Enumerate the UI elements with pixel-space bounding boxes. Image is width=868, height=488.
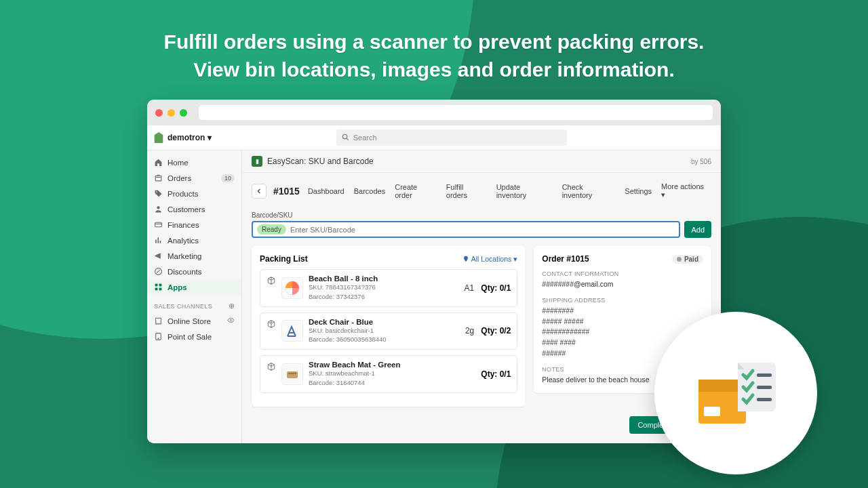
store-switcher[interactable]: demotron ▾ <box>167 133 212 142</box>
sidebar-analytics[interactable]: Analytics <box>147 232 241 248</box>
barcode-input[interactable] <box>290 226 675 234</box>
admin-topbar: demotron ▾ Search <box>147 125 721 150</box>
pin-icon <box>462 256 469 262</box>
search-icon <box>342 134 349 142</box>
decorative-illustration <box>654 312 817 474</box>
sidebar-orders[interactable]: Orders10 <box>147 170 241 186</box>
app-window: demotron ▾ Search Home Orders10 Products… <box>147 100 721 443</box>
paid-badge: Paid <box>672 255 703 264</box>
scan-input-wrapper[interactable]: Ready <box>252 221 680 238</box>
svg-rect-9 <box>159 288 162 291</box>
svg-rect-21 <box>757 398 772 401</box>
admin-sidebar: Home Orders10 Products Customers Finance… <box>147 150 242 443</box>
product-barcode: Barcode: 37342376 <box>309 293 459 302</box>
apps-icon <box>154 283 163 291</box>
qty-label: Qty: 0/2 <box>481 326 511 336</box>
qty-label: Qty: 0/1 <box>481 369 511 379</box>
package-icon <box>267 362 276 371</box>
tab-settings[interactable]: Settings <box>623 183 653 199</box>
browser-url-bar[interactable] <box>199 105 713 120</box>
packing-line-item[interactable]: Straw Beach Mat - Green SKU: strawbeachm… <box>260 355 517 393</box>
sidebar-apps[interactable]: Apps <box>147 279 241 295</box>
order-title: Order #1015 <box>542 254 589 264</box>
product-sku: SKU: 7884316734?376 <box>309 283 459 292</box>
headline-line-2: View bin locations, images and order inf… <box>0 56 868 84</box>
product-thumb <box>281 277 303 299</box>
easyscan-app-icon: ▮ <box>252 156 262 167</box>
tab-more-actions[interactable]: More actions ▾ <box>660 178 711 203</box>
headline-line-1: Fulfill orders using a scanner to preven… <box>0 28 868 56</box>
orders-badge: 10 <box>221 174 235 182</box>
svg-point-12 <box>158 338 159 339</box>
sidebar-online-store[interactable]: Online Store <box>147 313 241 329</box>
sidebar-pos[interactable]: Point of Sale <box>147 329 241 344</box>
sidebar-home[interactable]: Home <box>147 155 241 170</box>
sidebar-sales-channels-heading: SALES CHANNELS⊕ <box>147 295 241 313</box>
svg-point-0 <box>342 134 347 138</box>
tab-fulfill-orders[interactable]: Fulfill orders <box>445 179 488 203</box>
tab-barcodes[interactable]: Barcodes <box>353 183 387 199</box>
product-barcode: Barcode: 36050035638440 <box>309 336 460 344</box>
tab-update-inventory[interactable]: Update inventory <box>495 179 554 203</box>
app-title: EasyScan: SKU and Barcode <box>267 157 374 166</box>
product-thumb <box>281 320 303 342</box>
sidebar-marketing[interactable]: Marketing <box>147 248 241 264</box>
add-button[interactable]: Add <box>684 221 711 238</box>
bin-location: A1 <box>465 283 475 293</box>
tab-dashboard[interactable]: Dashboard <box>307 183 346 199</box>
marketing-icon <box>154 251 163 260</box>
main-panel: ▮ EasyScan: SKU and Barcode by 506 #1015… <box>242 150 721 443</box>
pos-icon <box>154 332 163 341</box>
svg-rect-15 <box>288 373 296 374</box>
svg-rect-14 <box>287 371 298 378</box>
global-search[interactable]: Search <box>336 129 567 146</box>
sidebar-products[interactable]: Products <box>147 186 241 201</box>
svg-point-10 <box>230 319 232 321</box>
packing-list-title: Packing List <box>260 254 308 264</box>
analytics-icon <box>154 236 163 245</box>
location-filter[interactable]: All Locations ▾ <box>462 255 518 263</box>
home-icon <box>154 158 163 167</box>
svg-rect-18 <box>704 407 720 416</box>
package-icon <box>267 319 276 329</box>
finances-icon <box>154 220 163 229</box>
sidebar-finances[interactable]: Finances <box>147 217 241 232</box>
product-name: Deck Chair - Blue <box>309 318 460 326</box>
bin-location: 2g <box>465 326 474 336</box>
svg-rect-8 <box>155 288 158 291</box>
packing-line-item[interactable]: Beach Ball - 8 inch SKU: 7884316734?376 … <box>260 269 517 307</box>
sidebar-customers[interactable]: Customers <box>147 201 241 217</box>
shopify-logo-icon <box>154 132 163 143</box>
mac-titlebar <box>147 100 721 125</box>
contact-heading: CONTACT INFORMATION <box>542 270 703 277</box>
minimize-dot[interactable] <box>167 109 175 117</box>
customers-icon <box>154 205 163 214</box>
svg-rect-20 <box>757 386 772 389</box>
view-store-icon[interactable] <box>227 317 235 325</box>
svg-rect-19 <box>757 373 772 377</box>
svg-point-3 <box>157 206 159 209</box>
scan-ready-badge: Ready <box>257 224 286 235</box>
tab-create-order[interactable]: Create order <box>393 179 438 203</box>
app-author: by 506 <box>691 158 711 165</box>
add-channel-icon[interactable]: ⊕ <box>229 302 235 310</box>
sidebar-discounts[interactable]: Discounts <box>147 264 241 279</box>
svg-rect-4 <box>155 222 162 227</box>
product-name: Beach Ball - 8 inch <box>309 274 459 283</box>
svg-rect-6 <box>155 284 158 287</box>
orders-icon <box>154 174 163 182</box>
close-dot[interactable] <box>155 109 163 117</box>
tab-check-inventory[interactable]: Check inventory <box>561 179 617 203</box>
product-name: Straw Beach Mat - Green <box>309 361 475 369</box>
packing-line-item[interactable]: Deck Chair - Blue SKU: basicdeckchair-1 … <box>260 312 517 350</box>
svg-point-2 <box>156 191 157 192</box>
package-icon <box>267 276 276 285</box>
maximize-dot[interactable] <box>180 109 187 117</box>
packing-list-card: Packing List All Locations ▾ Beach Ball … <box>252 246 526 407</box>
back-button[interactable] <box>252 184 267 199</box>
discounts-icon <box>154 267 163 276</box>
svg-rect-1 <box>155 176 161 181</box>
products-icon <box>154 189 163 198</box>
order-number-heading: #1015 <box>273 186 300 197</box>
product-sku: SKU: strawbeachmat-1 <box>309 369 475 378</box>
